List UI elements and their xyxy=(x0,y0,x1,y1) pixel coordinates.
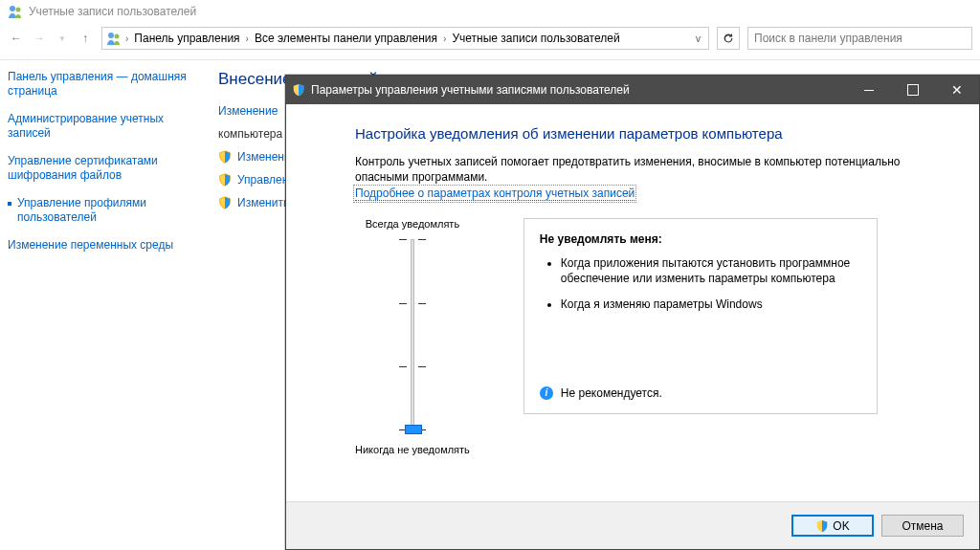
breadcrumb[interactable]: › Панель управления › Все элементы панел… xyxy=(101,27,709,50)
chevron-right-icon: › xyxy=(246,33,249,44)
info-bullet: Когда я изменяю параметры Windows xyxy=(561,297,861,312)
learn-more-link[interactable]: Подробнее о параметрах контроля учетных … xyxy=(355,187,635,201)
info-box-title: Не уведомлять меня: xyxy=(540,232,861,246)
address-dropdown-icon[interactable]: v xyxy=(692,33,704,44)
sidebar-link[interactable]: Управление сертификатами шифрования файл… xyxy=(8,154,201,183)
slider-top-label: Всегда уведомлять xyxy=(366,218,459,230)
user-accounts-icon xyxy=(8,4,23,19)
window-title: Учетные записи пользователей xyxy=(29,5,196,18)
shield-icon xyxy=(218,196,232,209)
chevron-right-icon: › xyxy=(125,33,128,44)
slider-track xyxy=(411,239,414,430)
back-button[interactable]: ← xyxy=(8,30,25,47)
user-accounts-icon xyxy=(106,31,122,46)
sidebar-link[interactable]: Управление профилями пользователей xyxy=(8,196,201,225)
refresh-button[interactable] xyxy=(717,27,740,50)
cancel-button[interactable]: Отмена xyxy=(881,515,964,537)
maximize-button[interactable] xyxy=(891,76,935,104)
ok-button[interactable]: OK xyxy=(791,515,874,537)
shield-icon xyxy=(815,519,829,533)
search-placeholder: Поиск в панели управления xyxy=(754,32,902,45)
svg-point-1 xyxy=(16,8,21,12)
close-button[interactable]: ✕ xyxy=(935,76,979,104)
bullet-icon xyxy=(8,202,11,206)
shield-icon xyxy=(218,173,232,187)
search-input[interactable]: Поиск в панели управления xyxy=(747,27,972,50)
uac-slider[interactable] xyxy=(399,239,426,430)
sidebar-link[interactable]: Администрирование учетных записей xyxy=(8,112,201,141)
refresh-icon xyxy=(722,32,735,45)
svg-point-2 xyxy=(108,33,114,38)
forward-button[interactable]: → xyxy=(31,30,48,47)
dialog-heading: Настройка уведомления об изменении парам… xyxy=(355,125,910,142)
shield-icon xyxy=(292,83,305,97)
dialog-title: Параметры управления учетными записями п… xyxy=(311,83,841,97)
breadcrumb-item[interactable]: Панель управления xyxy=(132,32,241,45)
recent-button[interactable]: ▼ xyxy=(54,30,71,47)
svg-point-0 xyxy=(10,6,15,11)
recommendation-text: Не рекомендуется. xyxy=(561,386,662,400)
info-icon: i xyxy=(540,386,553,400)
sidebar-home-link[interactable]: Панель управления — домашняя страница xyxy=(8,70,201,99)
uac-settings-dialog: Параметры управления учетными записями п… xyxy=(285,75,980,550)
dialog-description: Контроль учетных записей помогает предот… xyxy=(355,155,910,185)
sidebar-link[interactable]: Изменение переменных среды xyxy=(8,238,201,253)
notification-info-box: Не уведомлять меня: Когда приложения пыт… xyxy=(523,218,878,414)
up-button[interactable]: ↑ xyxy=(77,30,94,47)
info-bullet: Когда приложения пытаются установить про… xyxy=(561,255,861,286)
minimize-button[interactable] xyxy=(847,76,891,104)
breadcrumb-item[interactable]: Учетные записи пользователей xyxy=(450,32,621,45)
shield-icon xyxy=(218,150,232,164)
slider-thumb[interactable] xyxy=(405,425,422,434)
breadcrumb-item[interactable]: Все элементы панели управления xyxy=(253,32,439,45)
chevron-right-icon: › xyxy=(443,33,446,44)
svg-point-3 xyxy=(115,34,120,39)
slider-bottom-label: Никогда не уведомлять xyxy=(355,444,470,455)
